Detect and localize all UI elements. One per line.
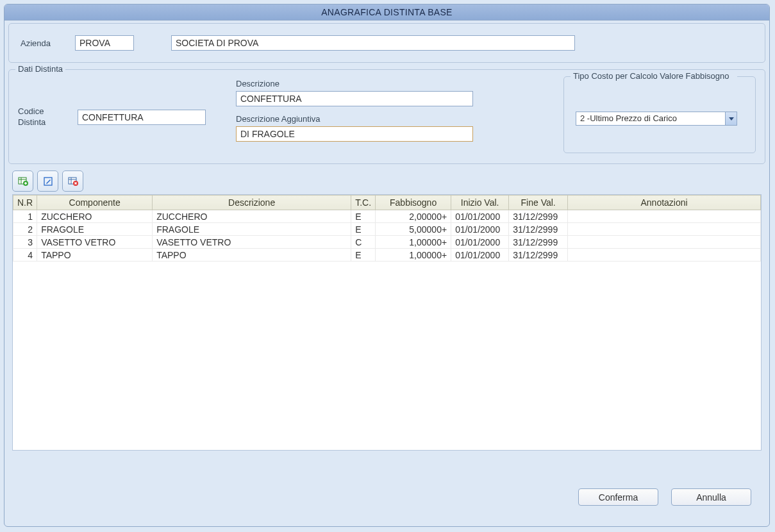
table-row[interactable]: 2FRAGOLEFRAGOLEE5,00000+01/01/200031/12/… <box>13 223 761 236</box>
cell-fabbisogno: 2,00000+ <box>376 210 451 223</box>
cancel-button[interactable]: Annulla <box>671 488 751 506</box>
col-descrizione[interactable]: Descrizione <box>153 195 351 210</box>
cell-inizio: 01/01/2000 <box>451 249 509 262</box>
cell-tc: C <box>351 236 376 249</box>
descrizione-label: Descrizione <box>236 79 492 88</box>
dati-distinta-fieldset: Dati Distinta Codice Distinta Descrizion… <box>8 69 765 164</box>
cell-componente: FRAGOLE <box>37 223 153 236</box>
dialog-buttons: Conferma Annulla <box>578 488 751 506</box>
tipo-costo-select[interactable]: 2 -Ultimo Prezzo di Carico <box>576 112 737 126</box>
edit-row-button[interactable] <box>37 170 58 192</box>
cell-descrizione: TAPPO <box>153 249 351 262</box>
delete-row-button[interactable] <box>62 170 83 192</box>
cell-fabbisogno: 5,00000+ <box>376 223 451 236</box>
col-annotazioni[interactable]: Annotazioni <box>568 195 761 210</box>
descrizione-agg-label: Descrizione Aggiuntiva <box>236 114 492 124</box>
cell-fabbisogno: 1,00000+ <box>376 236 451 249</box>
cell-componente: VASETTO VETRO <box>37 236 153 249</box>
delete-row-icon <box>68 177 78 186</box>
confirm-button[interactable]: Conferma <box>578 488 658 506</box>
cell-inizio: 01/01/2000 <box>451 223 509 236</box>
edit-row-icon <box>44 177 53 186</box>
window-title: ANAGRAFICA DISTINTA BASE <box>4 4 769 21</box>
cell-annotazioni <box>568 210 761 223</box>
table-row[interactable]: 4TAPPOTAPPOE1,00000+01/01/200031/12/2999 <box>13 249 761 262</box>
cell-fine: 31/12/2999 <box>509 249 568 262</box>
cell-tc: E <box>351 249 376 262</box>
descrizione-input[interactable] <box>236 91 473 106</box>
cell-inizio: 01/01/2000 <box>451 236 509 249</box>
cell-nr: 2 <box>13 223 37 236</box>
tipo-costo-selected: 2 -Ultimo Prezzo di Carico <box>576 112 725 125</box>
col-inizio[interactable]: Inizio Val. <box>451 195 509 210</box>
col-nr[interactable]: N.R <box>13 195 37 210</box>
cell-annotazioni <box>568 236 761 249</box>
cell-descrizione: ZUCCHERO <box>153 210 351 223</box>
cell-fine: 31/12/2999 <box>509 223 568 236</box>
table-row[interactable]: 1ZUCCHEROZUCCHEROE2,00000+01/01/200031/1… <box>13 210 761 223</box>
cell-nr: 4 <box>13 249 37 262</box>
cell-componente: TAPPO <box>37 249 153 262</box>
cell-annotazioni <box>568 249 761 262</box>
add-row-icon <box>18 177 28 186</box>
col-tc[interactable]: T.C. <box>351 195 376 210</box>
cell-tc: E <box>351 210 376 223</box>
cell-tc: E <box>351 223 376 236</box>
azienda-panel: Azienda <box>8 23 765 63</box>
cell-fine: 31/12/2999 <box>509 236 568 249</box>
cell-descrizione: VASETTO VETRO <box>153 236 351 249</box>
grid-toolbar <box>12 170 765 192</box>
grid-header-row: N.R Componente Descrizione T.C. Fabbisog… <box>13 195 761 210</box>
cell-fine: 31/12/2999 <box>509 210 568 223</box>
descrizione-agg-input[interactable] <box>236 126 473 142</box>
cell-fabbisogno: 1,00000+ <box>376 249 451 262</box>
components-grid[interactable]: N.R Componente Descrizione T.C. Fabbisog… <box>12 194 762 451</box>
tipo-costo-fieldset: Tipo Costo per Calcolo Valore Fabbisogno… <box>563 76 756 153</box>
cell-componente: ZUCCHERO <box>37 210 153 223</box>
col-componente[interactable]: Componente <box>37 195 153 210</box>
col-fabbisogno[interactable]: Fabbisogno <box>376 195 451 210</box>
chevron-down-icon[interactable] <box>725 112 737 125</box>
col-fine[interactable]: Fine Val. <box>509 195 568 210</box>
cell-inizio: 01/01/2000 <box>451 210 509 223</box>
cell-nr: 1 <box>13 210 37 223</box>
azienda-name-input[interactable] <box>171 35 575 51</box>
tipo-costo-legend: Tipo Costo per Calcolo Valore Fabbisogno <box>571 71 737 82</box>
codice-distinta-input[interactable] <box>78 110 206 125</box>
dati-distinta-legend: Dati Distinta <box>15 64 65 74</box>
cell-annotazioni <box>568 223 761 236</box>
azienda-code-input[interactable] <box>75 35 134 51</box>
cell-nr: 3 <box>13 236 37 249</box>
add-row-button[interactable] <box>12 170 33 192</box>
table-row[interactable]: 3VASETTO VETROVASETTO VETROC1,00000+01/0… <box>13 236 761 249</box>
window: ANAGRAFICA DISTINTA BASE Azienda Dati Di… <box>4 4 770 527</box>
azienda-label: Azienda <box>21 38 69 48</box>
codice-distinta-label: Codice Distinta <box>18 106 66 128</box>
cell-descrizione: FRAGOLE <box>153 223 351 236</box>
